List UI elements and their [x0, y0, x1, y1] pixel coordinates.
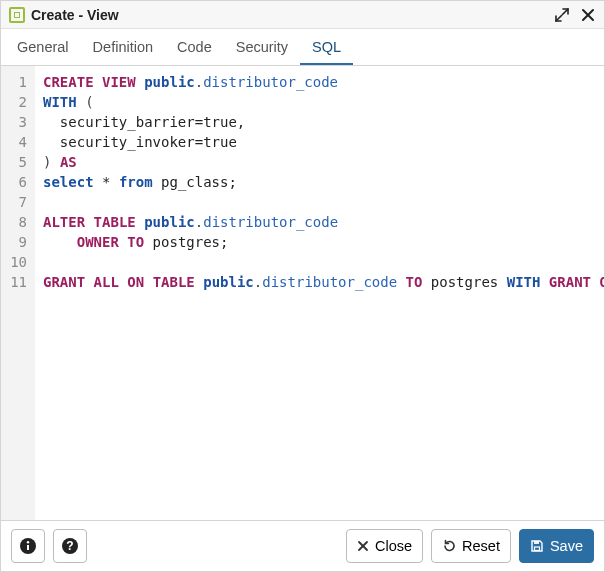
code-line: select * from pg_class; [43, 172, 598, 192]
code-line: WITH ( [43, 92, 598, 112]
sql-editor: 1234567891011 CREATE VIEW public.distrib… [1, 66, 604, 520]
line-gutter: 1234567891011 [1, 66, 35, 520]
close-button-label: Close [375, 538, 412, 554]
svg-point-2 [27, 541, 29, 543]
reset-button-label: Reset [462, 538, 500, 554]
code-line: security_invoker=true [43, 132, 598, 152]
tab-sql[interactable]: SQL [300, 29, 353, 65]
svg-rect-5 [534, 541, 539, 544]
code-line: CREATE VIEW public.distributor_code [43, 72, 598, 92]
svg-rect-6 [534, 547, 539, 551]
info-button[interactable] [11, 529, 45, 563]
titlebar: Create - View [1, 1, 604, 29]
app-logo-icon [9, 7, 25, 23]
tab-bar: GeneralDefinitionCodeSecuritySQL [1, 29, 604, 66]
tab-definition[interactable]: Definition [81, 29, 165, 65]
code-line [43, 252, 598, 272]
reset-button[interactable]: Reset [431, 529, 511, 563]
code-line: OWNER TO postgres; [43, 232, 598, 252]
code-line: ALTER TABLE public.distributor_code [43, 212, 598, 232]
close-button[interactable]: Close [346, 529, 423, 563]
tab-general[interactable]: General [5, 29, 81, 65]
save-button[interactable]: Save [519, 529, 594, 563]
dialog-create-view: Create - View GeneralDefinitionCodeSecur… [0, 0, 605, 572]
tab-code[interactable]: Code [165, 29, 224, 65]
save-button-label: Save [550, 538, 583, 554]
code-line: GRANT ALL ON TABLE public.distributor_co… [43, 272, 598, 292]
help-button[interactable]: ? [53, 529, 87, 563]
svg-text:?: ? [66, 539, 73, 553]
code-area[interactable]: CREATE VIEW public.distributor_codeWITH … [35, 66, 604, 520]
maximize-icon[interactable] [554, 7, 570, 23]
dialog-footer: ? Close Reset Save [1, 520, 604, 571]
code-line [43, 192, 598, 212]
code-line: ) AS [43, 152, 598, 172]
tab-security[interactable]: Security [224, 29, 300, 65]
close-icon[interactable] [580, 7, 596, 23]
svg-rect-1 [27, 545, 29, 550]
dialog-title: Create - View [31, 7, 554, 23]
code-line: security_barrier=true, [43, 112, 598, 132]
